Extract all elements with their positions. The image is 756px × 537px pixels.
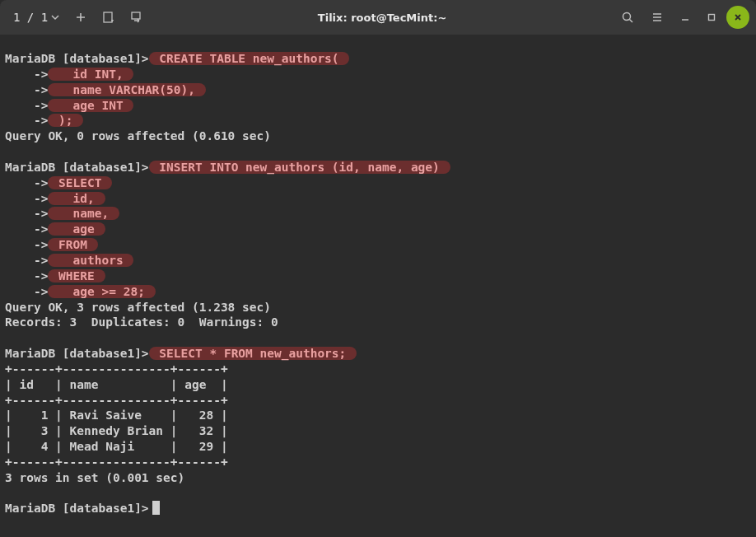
terminal-split-right-icon [130, 11, 143, 24]
table-header: | id | name | age | [5, 378, 228, 391]
sql-prompt: MariaDB [database1]> [5, 502, 149, 515]
sql-create-table: CREATE TABLE new_authors( [149, 52, 350, 65]
sql-prompt: MariaDB [database1]> [5, 52, 149, 65]
continuation-arrow: -> [5, 222, 48, 236]
svg-rect-0 [104, 12, 112, 22]
sql-prompt: MariaDB [database1]> [5, 347, 149, 360]
titlebar-right [614, 4, 749, 30]
add-tab-button[interactable] [68, 4, 94, 30]
titlebar-left: 1 / 1 [7, 4, 150, 30]
sql-line: SELECT [48, 176, 112, 189]
query-result: Query OK, 0 rows affected (0.610 sec) [5, 129, 271, 142]
tab-counter-text: 1 / 1 [13, 11, 48, 24]
table-row: | 3 | Kennedy Brian | 32 | [5, 424, 228, 437]
sql-line: id INT, [48, 68, 133, 81]
search-button[interactable] [614, 4, 641, 30]
continuation-arrow: -> [5, 99, 48, 112]
maximize-icon [707, 12, 716, 22]
query-result: Query OK, 3 rows affected (1.238 sec) [5, 301, 271, 314]
continuation-arrow: -> [5, 207, 48, 220]
cursor[interactable] [152, 501, 160, 515]
menu-button[interactable] [644, 4, 670, 30]
continuation-arrow: -> [5, 192, 48, 205]
sql-line: age [48, 222, 105, 236]
add-terminal-down-button[interactable] [96, 4, 122, 30]
search-icon [621, 11, 634, 24]
tab-counter[interactable]: 1 / 1 [7, 7, 66, 27]
continuation-arrow: -> [5, 254, 48, 267]
table-border: +------+---------------+------+ [5, 455, 228, 469]
continuation-arrow: -> [5, 68, 48, 81]
window-title: Tilix: root@TecMint:~ [153, 12, 611, 24]
plus-icon [75, 12, 86, 23]
query-result: 3 rows in set (0.001 sec) [5, 471, 184, 484]
chevron-down-icon [51, 13, 59, 21]
minimize-icon [680, 12, 690, 22]
sql-line: age INT [48, 99, 133, 112]
minimize-button[interactable] [674, 6, 697, 29]
continuation-arrow: -> [5, 269, 48, 283]
table-border: +------+---------------+------+ [5, 362, 228, 376]
continuation-arrow: -> [5, 83, 48, 96]
sql-line: age >= 28; [48, 285, 155, 298]
sql-line: FROM [48, 238, 97, 251]
sql-line: ); [48, 114, 83, 127]
table-border: +------+---------------+------+ [5, 394, 228, 407]
terminal-output[interactable]: MariaDB [database1]> CREATE TABLE new_au… [0, 35, 756, 521]
close-button[interactable] [726, 6, 749, 29]
sql-prompt: MariaDB [database1]> [5, 161, 149, 174]
sql-insert: INSERT INTO new_authors (id, name, age) [149, 161, 450, 174]
sql-line: authors [48, 254, 133, 267]
svg-point-2 [623, 13, 631, 21]
titlebar: 1 / 1 Tilix: root@TecMint:~ [0, 0, 756, 35]
continuation-arrow: -> [5, 176, 48, 189]
continuation-arrow: -> [5, 285, 48, 298]
sql-line: name VARCHAR(50), [48, 83, 205, 96]
add-terminal-right-button[interactable] [124, 4, 150, 30]
table-row: | 1 | Ravi Saive | 28 | [5, 409, 228, 422]
maximize-button[interactable] [700, 6, 723, 29]
sql-select: SELECT * FROM new_authors; [149, 347, 357, 360]
query-result: Records: 3 Duplicates: 0 Warnings: 0 [5, 315, 278, 329]
terminal-split-down-icon [102, 11, 115, 24]
hamburger-icon [651, 11, 664, 24]
table-row: | 4 | Mead Naji | 29 | [5, 440, 228, 453]
sql-line: name, [48, 207, 119, 220]
continuation-arrow: -> [5, 114, 48, 127]
sql-line: id, [48, 192, 105, 205]
svg-rect-3 [709, 15, 715, 21]
sql-line: WHERE [48, 269, 105, 283]
svg-rect-1 [132, 12, 140, 19]
close-icon [733, 12, 743, 22]
continuation-arrow: -> [5, 238, 48, 251]
